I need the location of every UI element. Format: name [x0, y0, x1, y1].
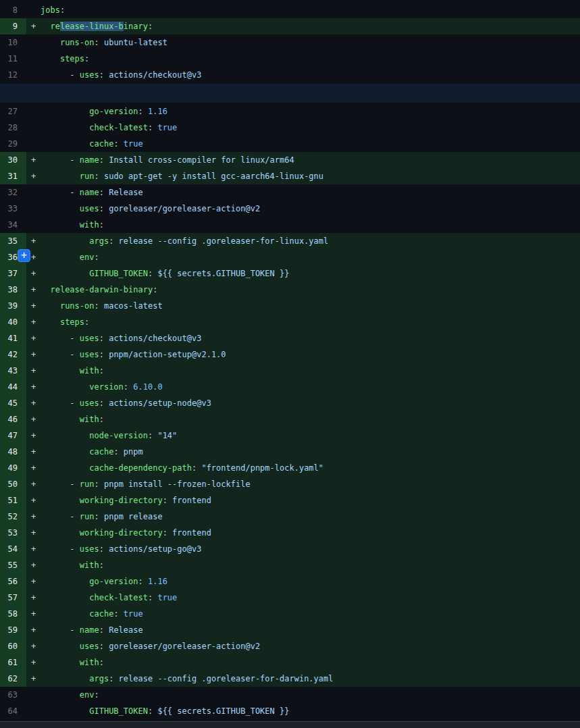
diff-line: 50+ - run: pnpm install --frozen-lockfil…: [0, 476, 580, 492]
diff-marker: [26, 103, 41, 120]
diff-viewer: 8jobs:9+ release-linux-binary:10 runs-on…: [0, 0, 580, 728]
code-text: - uses: actions/checkout@v3: [41, 67, 580, 83]
diff-marker: +: [26, 411, 41, 427]
line-number[interactable]: 31: [0, 168, 26, 184]
line-number[interactable]: 30: [0, 152, 26, 168]
line-number[interactable]: 28: [0, 120, 26, 136]
line-number[interactable]: 43: [0, 363, 26, 379]
line-number[interactable]: 59: [0, 622, 26, 638]
code-text: runs-on: ubuntu-latest: [41, 34, 580, 51]
line-number[interactable]: 51: [0, 492, 26, 509]
line-number[interactable]: 8: [0, 2, 26, 18]
code-text: working-directory: frontend: [41, 492, 580, 509]
diff-marker: +: [26, 282, 41, 298]
line-number[interactable]: 34: [0, 217, 26, 233]
diff-line: 57+ check-latest: true: [0, 590, 580, 606]
code-text: GITHUB_TOKEN: ${{ secrets.GITHUB_TOKEN }…: [41, 703, 580, 719]
diff-marker: +: [26, 476, 41, 492]
code-text: go-version: 1.16: [41, 103, 580, 120]
file-footer-divider: [0, 721, 580, 728]
code-text: release-linux-binary:: [41, 18, 580, 34]
line-number[interactable]: 46: [0, 411, 26, 427]
line-number[interactable]: 48: [0, 444, 26, 460]
diff-line: 8jobs:: [0, 2, 580, 18]
diff-line: 32 - name: Release: [0, 184, 580, 201]
line-number[interactable]: 35: [0, 233, 26, 249]
diff-marker: +: [26, 168, 41, 184]
diff-line: 61+ with:: [0, 654, 580, 671]
code-text: jobs:: [41, 2, 580, 18]
line-number[interactable]: 11: [0, 51, 26, 67]
diff-line: 58+ cache: true: [0, 606, 580, 622]
diff-marker: +: [26, 346, 41, 363]
diff-marker: +: [26, 379, 41, 395]
line-number[interactable]: 32: [0, 184, 26, 201]
line-number[interactable]: 49: [0, 460, 26, 476]
diff-marker: +: [26, 557, 41, 573]
code-text: - uses: pnpm/action-setup@v2.1.0: [41, 346, 580, 363]
diff-marker: [26, 184, 41, 201]
add-comment-button[interactable]: +: [18, 249, 30, 262]
diff-marker: [26, 51, 41, 67]
code-text: steps:: [41, 314, 580, 330]
line-number[interactable]: 45: [0, 395, 26, 411]
diff-line: 48+ cache: pnpm: [0, 444, 580, 460]
line-number[interactable]: 58: [0, 606, 26, 622]
line-number[interactable]: 60: [0, 638, 26, 654]
diff-marker: +: [26, 509, 41, 525]
line-number[interactable]: 37: [0, 265, 26, 282]
line-number[interactable]: 63: [0, 687, 26, 703]
diff-marker: +: [26, 606, 41, 622]
line-number[interactable]: 40: [0, 314, 26, 330]
diff-line: 62+ args: release --config .goreleaser-f…: [0, 671, 580, 687]
diff-line: 60+ uses: goreleaser/goreleaser-action@v…: [0, 638, 580, 654]
diff-line: 49+ cache-dependency-path: "frontend/pnp…: [0, 460, 580, 476]
line-number[interactable]: 52: [0, 509, 26, 525]
line-number[interactable]: 55: [0, 557, 26, 573]
diff-line: 52+ - run: pnpm release: [0, 509, 580, 525]
diff-marker: +: [26, 573, 41, 590]
diff-marker: +: [26, 233, 41, 249]
diff-marker: +: [26, 265, 41, 282]
code-text: with:: [41, 557, 580, 573]
line-number[interactable]: 29: [0, 136, 26, 152]
diff-marker: +: [26, 460, 41, 476]
line-number[interactable]: 47: [0, 427, 26, 444]
diff-marker: [26, 703, 41, 719]
line-number[interactable]: 54: [0, 541, 26, 557]
line-number[interactable]: 57: [0, 590, 26, 606]
diff-line: 54+ - uses: actions/setup-go@v3: [0, 541, 580, 557]
line-number[interactable]: 38: [0, 282, 26, 298]
diff-line: 56+ go-version: 1.16: [0, 573, 580, 590]
diff-line: 12 - uses: actions/checkout@v3: [0, 67, 580, 83]
line-number[interactable]: 56: [0, 573, 26, 590]
line-number[interactable]: 42: [0, 346, 26, 363]
line-number[interactable]: 10: [0, 34, 26, 51]
code-text: release-darwin-binary:: [41, 282, 580, 298]
line-number[interactable]: 39: [0, 298, 26, 314]
line-number[interactable]: 53: [0, 525, 26, 541]
line-number[interactable]: 33: [0, 201, 26, 217]
code-text: cache: pnpm: [41, 444, 580, 460]
diff-line: 28 check-latest: true: [0, 120, 580, 136]
line-number[interactable]: 9: [0, 18, 26, 34]
code-text: steps:: [41, 51, 580, 67]
line-number[interactable]: 50: [0, 476, 26, 492]
line-number[interactable]: 41: [0, 330, 26, 346]
line-number[interactable]: 62: [0, 671, 26, 687]
hunk-expand-band[interactable]: [0, 83, 580, 103]
code-text: - name: Install cross-compiler for linux…: [41, 152, 580, 168]
code-text: check-latest: true: [41, 120, 580, 136]
line-number[interactable]: 27: [0, 103, 26, 120]
line-number[interactable]: 44: [0, 379, 26, 395]
code-text: - uses: actions/setup-node@v3: [41, 395, 580, 411]
line-number[interactable]: 64: [0, 703, 26, 719]
code-text: cache: true: [41, 136, 580, 152]
line-number[interactable]: 61: [0, 654, 26, 671]
line-number[interactable]: 12: [0, 67, 26, 83]
diff-marker: [26, 120, 41, 136]
diff-marker: +: [26, 18, 41, 34]
code-text: version: 6.10.0: [41, 379, 580, 395]
diff-line: 59+ - name: Release: [0, 622, 580, 638]
diff-code-area: 8jobs:9+ release-linux-binary:10 runs-on…: [0, 0, 580, 719]
